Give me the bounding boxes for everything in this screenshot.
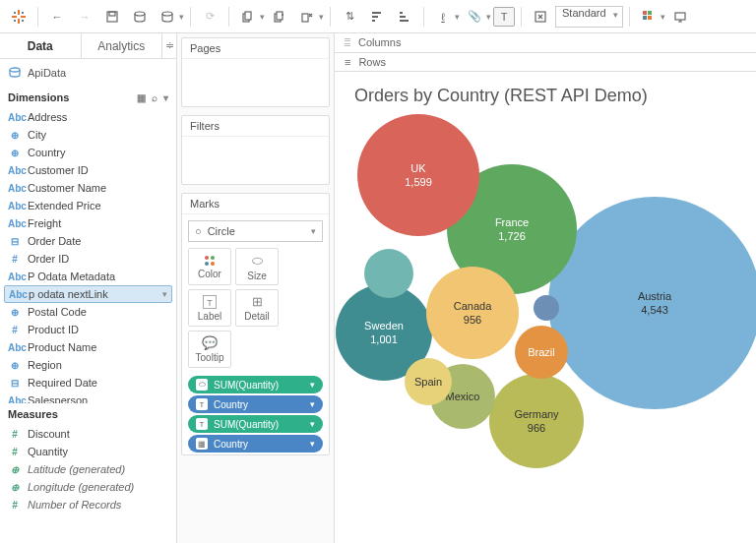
cards-pane: Pages Filters Marks ○ Circle Color ⬭Size…	[177, 33, 335, 543]
forward-icon[interactable]: →	[72, 4, 97, 30]
new-datasource-icon[interactable]	[127, 4, 153, 30]
tooltip-button[interactable]: 💬Tooltip	[188, 331, 231, 368]
field-extended-price[interactable]: AbcExtended Price	[0, 197, 176, 214]
bubble-germany[interactable]: Germany966	[489, 374, 584, 468]
show-me-icon[interactable]	[636, 4, 662, 30]
svg-rect-22	[400, 20, 409, 22]
clear-icon[interactable]	[294, 4, 320, 30]
search-icon[interactable]: ⌕	[152, 92, 158, 103]
pane-handle-icon[interactable]: ≑	[162, 33, 176, 58]
field-p-odata-nextlink[interactable]: Abcp odata nextLink▾	[4, 285, 172, 303]
svg-rect-21	[400, 16, 406, 18]
viz-pane: ⦙⦙⦙ Columns ≡ Rows Orders by Country (RE…	[335, 33, 756, 543]
field-discount[interactable]: #Discount	[0, 425, 176, 443]
svg-rect-27	[648, 16, 652, 20]
label-icon: T	[203, 295, 217, 309]
bubble-canada[interactable]: Canada956	[426, 267, 519, 359]
svg-rect-7	[22, 20, 24, 22]
svg-rect-18	[372, 16, 378, 18]
field-address[interactable]: AbcAddress	[0, 108, 176, 126]
detail-icon: ⊞	[252, 294, 263, 309]
svg-rect-4	[14, 12, 16, 14]
field-latitude-generated-[interactable]: ⊕Latitude (generated)	[0, 460, 176, 478]
field-customer-name[interactable]: AbcCustomer Name	[0, 179, 176, 197]
bubble-unnamed[interactable]	[534, 295, 559, 321]
marks-type-select[interactable]: ○ Circle	[188, 220, 323, 242]
tab-data[interactable]: Data	[0, 33, 82, 58]
bubble-unnamed[interactable]	[364, 249, 413, 298]
field-order-date[interactable]: ⊟Order Date	[0, 232, 176, 250]
field-customer-id[interactable]: AbcCustomer ID	[0, 161, 176, 179]
marks-card: Marks ○ Circle Color ⬭Size TLabel ⊞Detai…	[181, 193, 330, 455]
highlight-icon[interactable]: ℓ	[430, 4, 456, 30]
field-postal-code[interactable]: ⊕Postal Code	[0, 303, 176, 321]
svg-rect-28	[675, 13, 685, 20]
dimension-list: AbcAddress⊕City⊕CountryAbcCustomer IDAbc…	[0, 108, 176, 403]
pill-country[interactable]: TCountry▾	[188, 395, 323, 413]
refresh-icon[interactable]: ⟳	[197, 4, 222, 30]
field-longitude-generated-[interactable]: ⊕Longitude (generated)	[0, 478, 176, 496]
rows-icon: ≡	[345, 56, 350, 68]
circle-icon: ○	[195, 225, 202, 237]
svg-point-11	[162, 12, 172, 16]
fit-icon[interactable]	[528, 4, 553, 30]
size-icon: ⬭	[252, 253, 263, 269]
swap-icon[interactable]: ⇅	[337, 4, 362, 30]
group-icon[interactable]: 📎	[462, 4, 487, 30]
bubble-brazil[interactable]: Brazil	[515, 326, 568, 379]
field-required-date[interactable]: ⊟Required Date	[0, 374, 176, 392]
field-salesperson[interactable]: AbcSalesperson	[0, 392, 176, 403]
field-p-odata-metadata[interactable]: AbcP Odata Metadata	[0, 268, 176, 285]
pages-card[interactable]: Pages	[181, 37, 330, 107]
svg-rect-20	[400, 12, 403, 14]
svg-rect-24	[643, 11, 647, 15]
pill-sum-quantity-[interactable]: TSUM(Quantity)▾	[188, 415, 323, 433]
svg-rect-0	[18, 10, 20, 15]
svg-point-32	[205, 262, 209, 266]
sort-asc-icon[interactable]	[364, 4, 390, 30]
new-sheet-icon[interactable]	[155, 4, 180, 30]
field-region[interactable]: ⊕Region	[0, 356, 176, 374]
field-product-name[interactable]: AbcProduct Name	[0, 338, 176, 356]
svg-rect-2	[12, 16, 17, 18]
tab-analytics[interactable]: Analytics	[82, 33, 163, 58]
pill-sum-quantity-[interactable]: ⬭SUM(Quantity)▾	[188, 376, 323, 393]
field-order-id[interactable]: #Order ID	[0, 250, 176, 268]
save-icon[interactable]	[99, 4, 125, 30]
bubble-chart[interactable]: Austria4,543France1,726UK1,599Sweden1,00…	[354, 116, 736, 529]
bubble-spain[interactable]: Spain	[405, 358, 452, 405]
viz-title[interactable]: Orders by Country (REST API Demo)	[354, 86, 736, 106]
field-product-id[interactable]: #Product ID	[0, 321, 176, 338]
size-button[interactable]: ⬭Size	[235, 248, 279, 285]
field-country[interactable]: ⊕Country	[0, 144, 176, 161]
sort-desc-icon[interactable]	[392, 4, 417, 30]
view-icon[interactable]: ▦	[137, 92, 146, 103]
menu-icon[interactable]: ▾	[163, 92, 168, 103]
bubble-austria[interactable]: Austria4,543	[548, 197, 756, 409]
filters-card[interactable]: Filters	[181, 115, 330, 185]
rows-shelf[interactable]: ≡ Rows	[335, 53, 756, 73]
svg-point-10	[135, 12, 145, 16]
svg-rect-3	[21, 16, 26, 18]
detail-button[interactable]: ⊞Detail	[235, 289, 279, 327]
label-icon[interactable]: T	[493, 7, 515, 27]
field-quantity[interactable]: #Quantity	[0, 443, 176, 460]
presentation-icon[interactable]	[667, 4, 693, 30]
field-city[interactable]: ⊕City	[0, 126, 176, 144]
bubble-uk[interactable]: UK1,599	[357, 114, 479, 236]
logo-icon[interactable]	[6, 4, 32, 30]
datasource-row[interactable]: ApiData	[0, 59, 176, 87]
duplicate-icon[interactable]	[267, 4, 292, 30]
fit-select[interactable]: Standard	[555, 6, 623, 28]
svg-rect-16	[302, 14, 308, 22]
field-number-of-records[interactable]: #Number of Records	[0, 496, 176, 513]
dimensions-header: Dimensions	[8, 91, 69, 103]
pill-country[interactable]: ▦Country▾	[188, 435, 323, 452]
back-icon[interactable]: ←	[44, 4, 70, 30]
label-button[interactable]: TLabel	[188, 289, 231, 327]
field-freight[interactable]: AbcFreight	[0, 214, 176, 232]
measure-list: #Discount#Quantity⊕Latitude (generated)⊕…	[0, 425, 176, 513]
columns-shelf[interactable]: ⦙⦙⦙ Columns	[335, 33, 756, 53]
color-button[interactable]: Color	[188, 248, 231, 285]
new-worksheet-icon[interactable]	[235, 4, 261, 30]
